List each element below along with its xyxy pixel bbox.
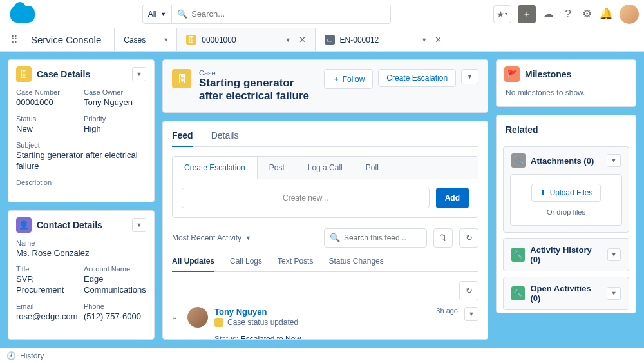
search-icon: 🔍 (177, 9, 187, 19)
nav-case-00001000-tab[interactable]: 🗄 00001000 ▼ ✕ (177, 28, 315, 51)
salesforce-logo (10, 6, 35, 23)
highlight-panel: 🗄 Case Starting generator after electric… (162, 59, 488, 113)
drop-hint: Or drop files (520, 208, 612, 216)
search-input-wrapper[interactable]: 🔍 (172, 5, 391, 24)
history-link[interactable]: History (20, 351, 44, 360)
related-menu-button[interactable]: ▼ (607, 287, 621, 300)
field-label: Account Name (84, 265, 146, 273)
composer-tab-escalation[interactable]: Create Escalation (173, 157, 258, 179)
workspace: 🗄 Case Details ▼ Case Number 00001000 Ca… (0, 52, 644, 348)
activity-icon: 🔧 (511, 286, 525, 300)
add-button[interactable]: ＋ (518, 5, 536, 23)
close-icon[interactable]: ✕ (435, 35, 442, 44)
field-label: Case Number (16, 88, 79, 96)
status-value: Escalated to New (241, 335, 301, 340)
field-label: Description (16, 179, 146, 186)
filter-status-changes[interactable]: Status Changes (328, 257, 383, 271)
field-value: High (84, 124, 146, 135)
tab-details[interactable]: Details (211, 130, 239, 146)
sort-dropdown[interactable]: Most Recent Activity ▼ (172, 233, 251, 242)
feed-filter-tabs: All Updates Call Logs Text Posts Status … (172, 257, 478, 272)
follow-button[interactable]: ＋Follow (324, 69, 374, 89)
left-column: 🗄 Case Details ▼ Case Number 00001000 Ca… (8, 59, 155, 340)
feed-search-field[interactable] (344, 233, 421, 242)
activity-history-card: 🔧 Activity History (0) ▼ (503, 238, 629, 271)
app-title: Service Console (28, 28, 115, 51)
case-icon: 🗄 (16, 66, 32, 82)
upload-files-button[interactable]: ⬆ Upload Files (531, 184, 601, 202)
expand-icon[interactable]: ⌄ (172, 307, 181, 320)
author-avatar[interactable] (187, 307, 208, 328)
case-owner-link[interactable]: Tony Nguyen (84, 97, 133, 107)
email-link[interactable]: rose@edge.com (16, 311, 78, 321)
related-menu-button[interactable]: ▼ (607, 248, 621, 261)
filter-all-updates[interactable]: All Updates (172, 257, 214, 272)
tab-feed[interactable]: Feed (172, 130, 193, 147)
field-label: Name (16, 239, 146, 247)
setup-gear-icon[interactable]: ⚙ (581, 8, 594, 21)
chevron-down-icon: ▼ (285, 37, 291, 43)
field-label: Title (16, 265, 79, 273)
filter-call-logs[interactable]: Call Logs (230, 257, 262, 271)
related-menu-button[interactable]: ▼ (607, 154, 621, 167)
feed-item: ⌄ Tony Nguyen Case status updated Status… (172, 307, 478, 340)
case-details-card: 🗄 Case Details ▼ Case Number 00001000 Ca… (8, 59, 155, 202)
field-label: Subject (16, 141, 146, 149)
create-escalation-button[interactable]: Create Escalation (378, 69, 456, 87)
detail-tabs: Feed Details (172, 130, 478, 147)
related-title: Open Activities (0) (530, 284, 601, 303)
nav-cases-menu[interactable]: ▼ (155, 28, 177, 51)
nav-tab-label: Cases (124, 35, 146, 44)
card-menu-button[interactable]: ▼ (132, 218, 146, 232)
open-activities-card: 🔧 Open Activities (0) ▼ (503, 277, 629, 310)
notifications-icon[interactable]: 🔔 (600, 8, 613, 21)
feed-search-input[interactable]: 🔍 (324, 228, 427, 248)
app-launcher-icon[interactable]: ⠿ (0, 28, 28, 51)
help-icon[interactable]: ? (562, 8, 574, 21)
feed-author-link[interactable]: Tony Nguyen (214, 307, 430, 317)
composer-tab-post[interactable]: Post (258, 157, 296, 179)
filter-text-posts[interactable]: Text Posts (278, 257, 313, 271)
field-value: Starting generator after electrical fail… (16, 150, 146, 172)
contact-details-card: 👤 Contact Details ▼ Name Ms. Rose Gonzal… (8, 210, 155, 340)
field-value: Ms. Rose Gonzalez (16, 248, 146, 259)
user-avatar[interactable] (620, 5, 639, 24)
field-label: Status (16, 115, 79, 123)
status-label: Status: (214, 335, 238, 340)
feed-item-menu[interactable]: ▼ (464, 307, 478, 321)
card-menu-button[interactable]: ▼ (132, 67, 146, 81)
actions-menu-button[interactable]: ▼ (461, 69, 478, 84)
composer-tab-poll[interactable]: Poll (354, 157, 390, 179)
account-link[interactable]: Edge Communications (84, 274, 146, 295)
global-search: All ▼ 🔍 (142, 5, 391, 24)
favorites-button[interactable]: ★▾ (493, 5, 511, 23)
right-column: 🚩 Milestones No milestones to show. Rela… (496, 59, 636, 340)
global-header: All ▼ 🔍 ★▾ ＋ ☁ ? ⚙ 🔔 (0, 0, 644, 28)
related-title: Activity History (0) (530, 245, 601, 264)
search-scope-label: All (148, 10, 156, 19)
search-input[interactable] (191, 9, 385, 19)
card-title: Case Details (37, 69, 90, 79)
attachments-card: 📎 Attachments (0) ▼ ⬆ Upload Files Or dr… (503, 146, 629, 233)
refresh-feed-button[interactable]: ↻ (459, 281, 478, 300)
entitlement-icon: ▭ (325, 35, 335, 45)
field-label: Phone (84, 302, 146, 310)
field-label: Priority (84, 115, 146, 123)
nav-entitlement-tab[interactable]: ▭ EN-000012 ▼ ✕ (316, 28, 452, 51)
feed-controls: Most Recent Activity ▼ 🔍 ⇅ ↻ (172, 228, 478, 248)
field-label: Case Owner (84, 88, 146, 96)
related-panel: Related 📎 Attachments (0) ▼ ⬆ Upload Fil… (496, 115, 636, 313)
refresh-button[interactable]: ↻ (459, 228, 478, 248)
close-icon[interactable]: ✕ (299, 35, 306, 44)
search-scope-dropdown[interactable]: All ▼ (142, 5, 172, 24)
filter-button[interactable]: ⇅ (433, 228, 453, 248)
add-button[interactable]: Add (436, 188, 469, 208)
related-heading: Related (497, 115, 636, 141)
case-icon: 🗄 (186, 35, 196, 45)
upload-icon: ⬆ (540, 188, 546, 197)
composer-tab-log-call[interactable]: Log a Call (296, 157, 354, 179)
trailhead-icon[interactable]: ☁ (542, 8, 555, 21)
composer-input[interactable]: Create new... (182, 188, 430, 208)
composer: Create Escalation Post Log a Call Poll C… (172, 156, 478, 218)
nav-cases-tab[interactable]: Cases (115, 28, 155, 51)
